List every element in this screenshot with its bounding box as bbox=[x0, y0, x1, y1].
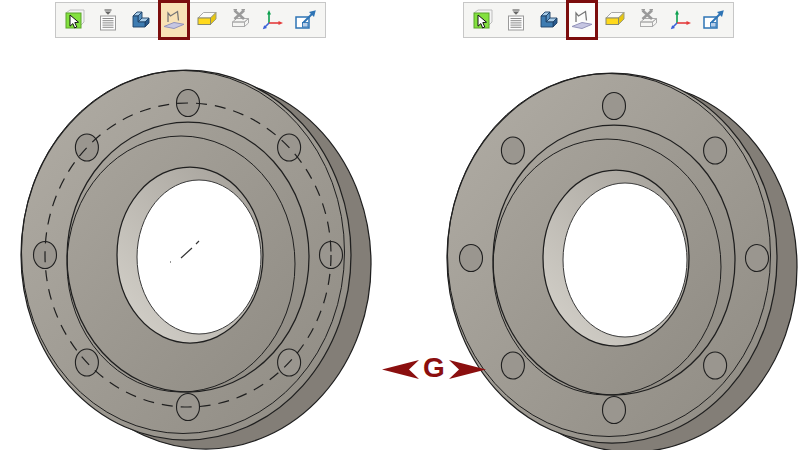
workpiece-icon bbox=[603, 8, 627, 32]
suppress-icon bbox=[636, 8, 660, 32]
workpiece-button[interactable] bbox=[194, 6, 220, 34]
left-arrow-icon bbox=[382, 360, 419, 379]
design-explorer-icon bbox=[504, 8, 528, 32]
sketch-visibility-icon bbox=[162, 8, 186, 32]
new-window-icon bbox=[702, 8, 726, 32]
sketch-visibility-button[interactable] bbox=[158, 0, 190, 40]
extrude-icon bbox=[537, 8, 561, 32]
origin-axes-icon bbox=[261, 8, 285, 32]
workpiece-button[interactable] bbox=[602, 6, 628, 34]
design-explorer-icon bbox=[96, 8, 120, 32]
origin-axes-icon bbox=[669, 8, 693, 32]
suppress-button[interactable] bbox=[227, 6, 253, 34]
extrude-button[interactable] bbox=[536, 6, 562, 34]
new-window-button[interactable] bbox=[701, 6, 727, 34]
comparison-label: G bbox=[378, 352, 490, 386]
select-icon bbox=[63, 8, 87, 32]
sketch-visibility-button[interactable] bbox=[566, 0, 598, 40]
suppress-icon bbox=[228, 8, 252, 32]
comparison-letter: G bbox=[422, 354, 446, 385]
right-arrow-icon bbox=[449, 360, 486, 379]
sketch-visibility-icon bbox=[570, 8, 594, 32]
extrude-icon bbox=[129, 8, 153, 32]
select-button[interactable] bbox=[62, 6, 88, 34]
suppress-button[interactable] bbox=[635, 6, 661, 34]
new-window-icon bbox=[294, 8, 318, 32]
origin-axes-button[interactable] bbox=[260, 6, 286, 34]
flange-model-left[interactable] bbox=[0, 43, 392, 450]
toolbar-left bbox=[55, 2, 326, 38]
origin-axes-button[interactable] bbox=[668, 6, 694, 34]
design-explorer-button[interactable] bbox=[95, 6, 121, 34]
select-icon bbox=[471, 8, 495, 32]
new-window-button[interactable] bbox=[293, 6, 319, 34]
workspace: G bbox=[0, 0, 802, 450]
workpiece-icon bbox=[195, 8, 219, 32]
extrude-button[interactable] bbox=[128, 6, 154, 34]
design-explorer-button[interactable] bbox=[503, 6, 529, 34]
toolbar-right bbox=[463, 2, 734, 38]
select-button[interactable] bbox=[470, 6, 496, 34]
flange-model-right[interactable] bbox=[406, 46, 802, 450]
